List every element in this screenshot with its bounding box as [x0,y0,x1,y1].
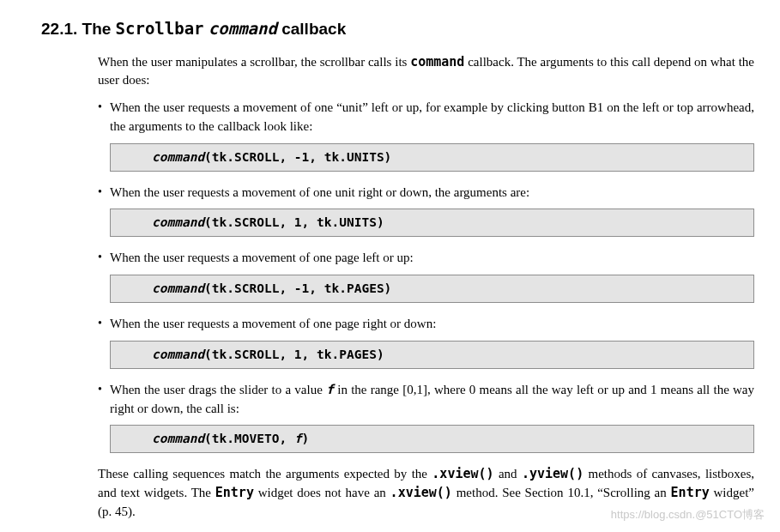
list-item-text: When the user requests a movement of one… [110,315,754,334]
heading-prefix: The [82,20,116,38]
list-item-text: When the user requests a movement of one… [110,249,754,268]
inline-code-xview: .xview() [432,466,493,481]
code-block: command(tk.SCROLL, -1, tk.PAGES) [110,275,754,303]
code-block: command(tk.SCROLL, -1, tk.UNITS) [110,143,754,172]
inline-code-command: command [410,54,464,70]
closing-paragraph: These calling sequences match the argume… [98,465,754,521]
list-item: When the user requests a movement of one… [98,184,754,238]
list-item: When the user requests a movement of one… [98,315,754,369]
inline-var-f: f [326,382,334,397]
heading-code-scrollbar: Scrollbar [116,19,204,38]
bullet-list: When the user requests a movement of one… [98,99,754,453]
code-block: command(tk.MOVETO, f) [110,425,754,453]
code-block: command(tk.SCROLL, 1, tk.PAGES) [110,341,754,369]
heading-suffix: callback [277,20,346,38]
list-item: When the user drags the slider to a valu… [98,381,754,454]
heading-code-command: command [209,19,277,38]
section-heading: 22.1. The Scrollbar command callback [41,17,754,41]
intro-paragraph: When the user manipulates a scrollbar, t… [98,53,754,91]
list-item-text: When the user drags the slider to a valu… [110,381,754,419]
section-body: When the user manipulates a scrollbar, t… [41,53,754,522]
inline-code-entry: Entry [215,485,254,500]
inline-code-entry2: Entry [671,485,710,500]
list-item-text: When the user requests a movement of one… [110,184,754,203]
list-item: When the user requests a movement of one… [98,249,754,303]
inline-code-xview2: .xview() [390,485,452,500]
list-item: When the user requests a movement of one… [98,99,754,172]
section-number: 22.1. [41,20,77,38]
code-block: command(tk.SCROLL, 1, tk.UNITS) [110,209,754,237]
list-item-text: When the user requests a movement of one… [110,99,754,136]
inline-code-yview: .yview() [522,466,583,481]
